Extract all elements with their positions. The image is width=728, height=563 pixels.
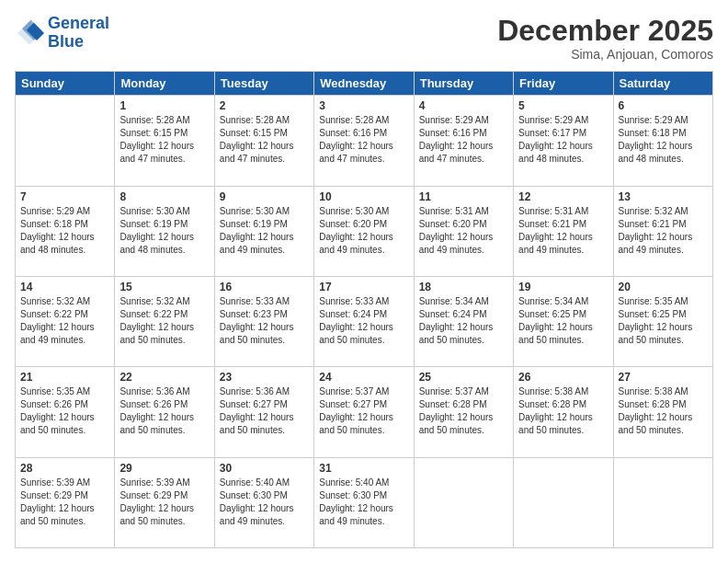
calendar-week-1: 1Sunrise: 5:28 AMSunset: 6:15 PMDaylight…: [16, 96, 713, 186]
day-info-line: and 50 minutes.: [619, 425, 684, 435]
day-info-line: Sunset: 6:16 PM: [419, 128, 487, 138]
day-number: 19: [518, 281, 608, 293]
day-info: Sunrise: 5:38 AMSunset: 6:28 PMDaylight:…: [619, 385, 708, 437]
col-tuesday: Tuesday: [214, 72, 313, 96]
day-info-line: Daylight: 12 hours: [119, 412, 194, 422]
table-row: 30Sunrise: 5:40 AMSunset: 6:30 PMDayligh…: [214, 457, 313, 547]
day-info-line: Sunset: 6:24 PM: [319, 309, 387, 319]
day-number: 28: [20, 462, 109, 475]
day-info-line: Daylight: 12 hours: [419, 412, 494, 422]
day-info-line: Sunset: 6:22 PM: [20, 309, 88, 319]
table-row: 31Sunrise: 5:40 AMSunset: 6:30 PMDayligh…: [314, 457, 414, 547]
day-info-line: Sunrise: 5:37 AM: [419, 386, 489, 396]
day-number: 17: [319, 281, 408, 293]
day-info-line: Sunrise: 5:30 AM: [319, 206, 389, 216]
day-info: Sunrise: 5:34 AMSunset: 6:25 PMDaylight:…: [518, 295, 608, 347]
day-info-line: Sunset: 6:27 PM: [319, 399, 387, 409]
table-row: 1Sunrise: 5:28 AMSunset: 6:15 PMDaylight…: [115, 96, 214, 186]
day-info-line: Daylight: 12 hours: [20, 232, 95, 242]
table-row: 21Sunrise: 5:35 AMSunset: 6:26 PMDayligh…: [16, 367, 115, 457]
day-info-line: Sunset: 6:21 PM: [619, 219, 687, 229]
table-row: 20Sunrise: 5:35 AMSunset: 6:25 PMDayligh…: [613, 276, 712, 366]
day-number: 22: [119, 371, 209, 384]
location: Sima, Anjouan, Comoros: [497, 47, 713, 62]
header-row: Sunday Monday Tuesday Wednesday Thursday…: [16, 72, 713, 96]
logo: General Blue: [15, 15, 109, 52]
day-info: Sunrise: 5:35 AMSunset: 6:25 PMDaylight:…: [619, 295, 708, 347]
day-number: 10: [319, 190, 408, 203]
day-number: 24: [319, 371, 408, 384]
day-info-line: Sunset: 6:25 PM: [619, 309, 687, 319]
day-info: Sunrise: 5:35 AMSunset: 6:26 PMDaylight:…: [20, 385, 109, 437]
day-info-line: Sunset: 6:22 PM: [119, 309, 188, 319]
table-row: 13Sunrise: 5:32 AMSunset: 6:21 PMDayligh…: [613, 186, 712, 276]
day-info-line: Sunrise: 5:31 AM: [518, 206, 588, 216]
day-number: 8: [119, 190, 209, 203]
day-info-line: Sunset: 6:16 PM: [319, 128, 387, 138]
day-info-line: and 50 minutes.: [220, 425, 285, 435]
day-info-line: Daylight: 12 hours: [20, 503, 95, 513]
table-row: 16Sunrise: 5:33 AMSunset: 6:23 PMDayligh…: [214, 276, 313, 366]
day-info-line: and 49 minutes.: [419, 245, 484, 255]
day-info-line: and 50 minutes.: [119, 335, 185, 345]
day-info-line: and 50 minutes.: [119, 425, 185, 435]
day-number: 3: [319, 99, 408, 112]
day-info-line: Sunrise: 5:29 AM: [20, 206, 90, 216]
day-info-line: Sunrise: 5:36 AM: [220, 386, 290, 396]
day-info-line: Sunrise: 5:40 AM: [220, 477, 290, 488]
calendar-table: Sunday Monday Tuesday Wednesday Thursday…: [15, 71, 713, 548]
calendar-week-3: 14Sunrise: 5:32 AMSunset: 6:22 PMDayligh…: [16, 276, 713, 366]
day-info-line: Sunset: 6:23 PM: [220, 309, 288, 319]
day-info: Sunrise: 5:32 AMSunset: 6:21 PMDaylight:…: [619, 205, 708, 257]
day-info-line: and 50 minutes.: [220, 335, 285, 345]
day-info: Sunrise: 5:30 AMSunset: 6:19 PMDaylight:…: [220, 205, 309, 257]
day-number: 9: [220, 190, 309, 203]
table-row: 15Sunrise: 5:32 AMSunset: 6:22 PMDayligh…: [115, 276, 214, 366]
table-row: 9Sunrise: 5:30 AMSunset: 6:19 PMDaylight…: [214, 186, 313, 276]
day-info-line: Sunrise: 5:31 AM: [419, 206, 489, 216]
day-info-line: Sunrise: 5:32 AM: [119, 296, 189, 306]
table-row: 28Sunrise: 5:39 AMSunset: 6:29 PMDayligh…: [16, 457, 115, 547]
day-info: Sunrise: 5:31 AMSunset: 6:20 PMDaylight:…: [419, 205, 508, 257]
day-number: 20: [619, 281, 708, 293]
day-info: Sunrise: 5:34 AMSunset: 6:24 PMDaylight:…: [419, 295, 508, 347]
day-info-line: Sunrise: 5:33 AM: [319, 296, 389, 306]
day-info: Sunrise: 5:33 AMSunset: 6:24 PMDaylight:…: [319, 295, 408, 347]
col-sunday: Sunday: [16, 72, 115, 96]
day-info-line: Sunrise: 5:33 AM: [220, 296, 290, 306]
day-info-line: Sunset: 6:24 PM: [419, 309, 487, 319]
day-info-line: Sunrise: 5:29 AM: [419, 115, 489, 125]
day-info-line: Daylight: 12 hours: [319, 232, 393, 242]
col-monday: Monday: [115, 72, 214, 96]
table-row: 10Sunrise: 5:30 AMSunset: 6:20 PMDayligh…: [314, 186, 414, 276]
day-info-line: Daylight: 12 hours: [619, 141, 693, 151]
day-info-line: and 49 minutes.: [20, 335, 85, 345]
day-info-line: Daylight: 12 hours: [619, 232, 693, 242]
day-info-line: and 49 minutes.: [220, 516, 285, 526]
day-info: Sunrise: 5:37 AMSunset: 6:27 PMDaylight:…: [319, 385, 408, 437]
day-number: 18: [419, 281, 508, 293]
day-info-line: and 50 minutes.: [619, 335, 684, 345]
day-info-line: Sunset: 6:29 PM: [119, 490, 188, 500]
day-number: 30: [220, 462, 309, 475]
table-row: 2Sunrise: 5:28 AMSunset: 6:15 PMDaylight…: [214, 96, 313, 186]
day-info-line: Sunrise: 5:29 AM: [518, 115, 588, 125]
table-row: 23Sunrise: 5:36 AMSunset: 6:27 PMDayligh…: [214, 367, 313, 457]
day-info-line: Daylight: 12 hours: [619, 322, 693, 332]
day-info-line: Daylight: 12 hours: [319, 503, 393, 513]
day-info: Sunrise: 5:29 AMSunset: 6:17 PMDaylight:…: [518, 114, 608, 166]
day-info-line: Daylight: 12 hours: [419, 141, 494, 151]
day-info-line: Daylight: 12 hours: [319, 141, 393, 151]
day-info-line: Sunset: 6:20 PM: [319, 219, 387, 229]
day-info: Sunrise: 5:29 AMSunset: 6:18 PMDaylight:…: [619, 114, 708, 166]
day-info-line: Sunset: 6:26 PM: [119, 399, 188, 409]
day-info-line: Sunset: 6:15 PM: [220, 128, 288, 138]
day-info-line: Daylight: 12 hours: [220, 503, 294, 513]
day-info-line: and 49 minutes.: [220, 245, 285, 255]
day-info-line: Daylight: 12 hours: [220, 232, 294, 242]
day-info: Sunrise: 5:36 AMSunset: 6:27 PMDaylight:…: [220, 385, 309, 437]
day-number: 2: [220, 99, 309, 112]
day-info-line: Sunrise: 5:38 AM: [518, 386, 588, 396]
day-info-line: Sunrise: 5:29 AM: [619, 115, 688, 125]
day-number: 25: [419, 371, 508, 384]
